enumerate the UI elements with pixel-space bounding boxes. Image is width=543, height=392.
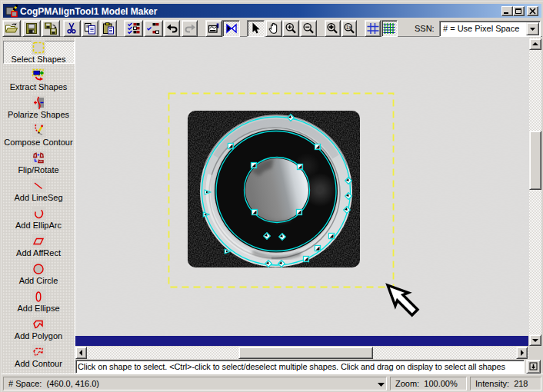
svg-text:1x: 1x	[346, 25, 352, 30]
